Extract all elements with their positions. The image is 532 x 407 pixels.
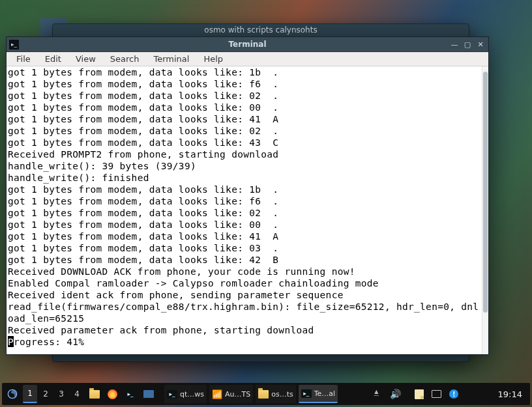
menu-help[interactable]: Help bbox=[198, 53, 229, 65]
terminal-body[interactable]: got 1 bytes from modem, data looks like:… bbox=[7, 66, 488, 354]
menu-terminal[interactable]: Terminal bbox=[147, 53, 195, 65]
taskbar-firefox[interactable] bbox=[105, 385, 120, 403]
terminal-icon: ▸_ bbox=[125, 390, 136, 399]
volume-icon: 🔊 bbox=[389, 389, 402, 399]
taskbar-files[interactable] bbox=[87, 385, 102, 403]
tray-volume[interactable]: 🔊 bbox=[386, 385, 404, 403]
taskbar-show-desktop[interactable] bbox=[141, 385, 156, 403]
taskbar-terminal-launcher[interactable]: ▸_ bbox=[123, 385, 138, 403]
task-qt[interactable]: ▸_qt…ws bbox=[164, 385, 207, 403]
workspace-1[interactable]: 1 bbox=[23, 385, 37, 403]
task-os[interactable]: os…ts bbox=[256, 385, 296, 403]
terminal-icon: ▸_ bbox=[301, 389, 312, 398]
task-te[interactable]: ▸_Te…al bbox=[299, 385, 338, 403]
desktop: osmo with scripts calynsohts ▸_ Terminal… bbox=[0, 0, 532, 407]
tray-updates[interactable]: ▲— bbox=[369, 385, 383, 403]
taskbar: 1234 ▸_ ▸_qt…ws📶Au…TSos…ts▸_Te…al ▲— 🔊 !… bbox=[2, 383, 530, 405]
menu-search[interactable]: Search bbox=[104, 53, 145, 65]
notes-icon bbox=[415, 389, 424, 399]
info-icon: ! bbox=[449, 389, 458, 399]
terminal-icon: ▸_ bbox=[167, 390, 177, 399]
menubar: File Edit View Search Terminal Help bbox=[7, 52, 488, 66]
taskbar-clock[interactable]: 19:14 bbox=[493, 389, 527, 399]
task-au[interactable]: 📶Au…TS bbox=[209, 385, 253, 403]
start-button[interactable] bbox=[5, 385, 20, 403]
window-app-icon: ▸_ bbox=[9, 40, 19, 49]
menu-file[interactable]: File bbox=[10, 53, 37, 65]
task-label: os…ts bbox=[271, 390, 293, 399]
display-icon bbox=[432, 390, 441, 398]
show-desktop-icon bbox=[143, 390, 154, 398]
workspace-4[interactable]: 4 bbox=[70, 385, 84, 403]
task-label: Te…al bbox=[314, 389, 335, 398]
tray-display[interactable] bbox=[429, 385, 444, 403]
task-label: Au…TS bbox=[225, 390, 250, 399]
close-button[interactable]: ✕ bbox=[475, 39, 486, 49]
titlebar[interactable]: ▸_ Terminal — ▢ ✕ bbox=[7, 37, 488, 52]
update-icon: ▲— bbox=[374, 390, 379, 398]
task-label: qt…ws bbox=[180, 390, 204, 399]
folder-icon bbox=[258, 390, 269, 399]
wifi-icon: 📶 bbox=[212, 389, 222, 399]
files-icon bbox=[89, 390, 100, 399]
menu-view[interactable]: View bbox=[70, 53, 102, 65]
start-icon bbox=[7, 389, 18, 399]
tray-info[interactable]: ! bbox=[447, 385, 461, 403]
terminal-output[interactable]: got 1 bytes from modem, data looks like:… bbox=[7, 66, 482, 354]
menu-edit[interactable]: Edit bbox=[39, 53, 67, 65]
workspace-2[interactable]: 2 bbox=[38, 385, 53, 403]
terminal-scrollbar[interactable] bbox=[482, 66, 488, 354]
workspace-3[interactable]: 3 bbox=[54, 385, 68, 403]
terminal-window: ▸_ Terminal — ▢ ✕ File Edit View Search … bbox=[6, 36, 489, 355]
firefox-icon bbox=[108, 389, 117, 399]
maximize-button[interactable]: ▢ bbox=[462, 39, 473, 49]
tray-notes[interactable] bbox=[412, 385, 426, 403]
terminal-scrollbar-thumb[interactable] bbox=[483, 72, 488, 313]
minimize-button[interactable]: — bbox=[449, 39, 460, 49]
background-window-title: osmo with scripts calynsohts bbox=[53, 24, 469, 37]
window-title: Terminal bbox=[7, 40, 488, 49]
